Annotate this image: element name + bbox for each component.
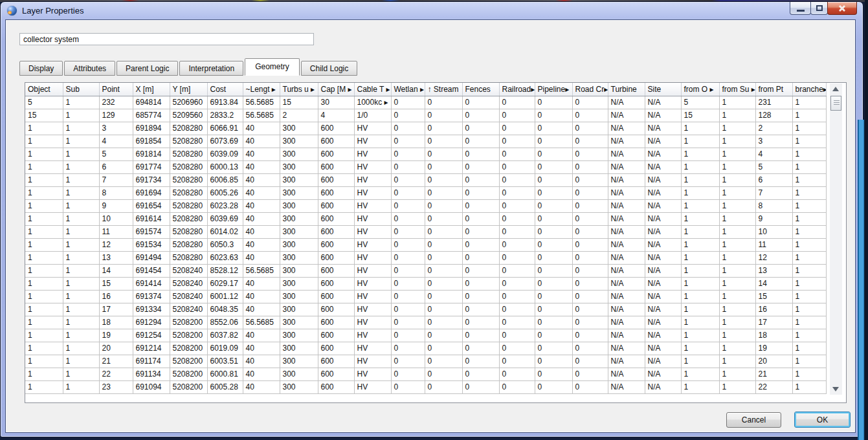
table-cell[interactable]: N/A [608, 380, 645, 393]
table-cell[interactable]: 600 [318, 212, 354, 225]
table-cell[interactable]: 0 [462, 368, 499, 380]
table-cell[interactable]: 40 [243, 329, 280, 342]
table-cell[interactable]: 1 [792, 173, 826, 186]
table-cell[interactable]: N/A [608, 109, 645, 122]
table-cell[interactable]: 0 [425, 238, 462, 251]
table-cell[interactable]: 0 [425, 186, 462, 199]
table-cell[interactable]: 1 [63, 355, 99, 368]
table-cell[interactable]: 40 [243, 135, 280, 148]
table-cell[interactable]: 1 [25, 148, 63, 160]
table-cell[interactable]: 30 [318, 96, 354, 109]
table-cell[interactable]: 0 [535, 368, 572, 380]
table-cell[interactable]: 600 [318, 122, 354, 135]
table-cell[interactable]: 691374 [133, 290, 170, 303]
table-cell[interactable]: 1 [792, 186, 826, 199]
table-cell[interactable]: 1 [681, 251, 719, 264]
table-cell[interactable]: 1 [792, 96, 826, 109]
table-cell[interactable]: 1 [63, 225, 99, 238]
table-cell[interactable]: 300 [280, 135, 318, 148]
table-cell[interactable]: 0 [391, 264, 425, 277]
table-cell[interactable]: 7 [755, 186, 792, 199]
tab-attributes[interactable]: Attributes [64, 61, 115, 76]
table-row[interactable]: 111069161452082806039.6940300600HV000000… [25, 212, 826, 225]
table-cell[interactable]: 3 [99, 122, 133, 135]
table-cell[interactable]: 4 [318, 109, 354, 122]
table-cell[interactable]: 1 [792, 290, 826, 303]
table-cell[interactable]: 1 [792, 238, 826, 251]
table-cell[interactable]: 0 [499, 316, 535, 329]
table-cell[interactable]: 1 [719, 160, 755, 173]
table-cell[interactable]: 300 [280, 368, 318, 380]
table-cell[interactable]: 13 [99, 251, 133, 264]
table-cell[interactable]: 1 [719, 342, 755, 355]
table-cell[interactable]: HV [354, 148, 391, 160]
table-cell[interactable]: 0 [499, 277, 535, 290]
table-cell[interactable]: 6039.69 [207, 212, 243, 225]
table-cell[interactable]: 0 [425, 355, 462, 368]
table-cell[interactable]: 0 [535, 238, 572, 251]
column-header[interactable]: Wetlan ▸ [391, 83, 425, 96]
table-cell[interactable]: 1 [792, 368, 826, 380]
table-cell[interactable]: N/A [645, 225, 681, 238]
table-cell[interactable]: 685774 [133, 109, 170, 122]
table-cell[interactable]: 600 [318, 238, 354, 251]
table-cell[interactable]: HV [354, 122, 391, 135]
table-cell[interactable]: 1 [25, 173, 63, 186]
table-cell[interactable]: 9 [99, 199, 133, 212]
scroll-down-icon[interactable] [832, 387, 839, 391]
table-cell[interactable]: 1 [792, 122, 826, 135]
table-row[interactable]: 112269113452082006000.8140300600HV000000… [25, 368, 826, 380]
table-cell[interactable]: HV [354, 135, 391, 148]
table-cell[interactable]: 5208240 [170, 277, 207, 290]
table-cell[interactable]: 691574 [133, 225, 170, 238]
table-cell[interactable]: N/A [608, 212, 645, 225]
table-cell[interactable]: 22 [99, 368, 133, 380]
table-cell[interactable]: 0 [572, 303, 608, 316]
table-cell[interactable]: 1 [25, 199, 63, 212]
table-cell[interactable]: 1 [719, 212, 755, 225]
table-cell[interactable]: N/A [608, 342, 645, 355]
table-cell[interactable]: N/A [608, 303, 645, 316]
table-cell[interactable]: 6006.85 [207, 173, 243, 186]
table-cell[interactable]: 1 [25, 290, 63, 303]
table-cell[interactable]: N/A [608, 238, 645, 251]
table-cell[interactable]: 6073.69 [207, 135, 243, 148]
table-cell[interactable]: 1 [25, 186, 63, 199]
table-cell[interactable]: 5208280 [170, 148, 207, 160]
table-cell[interactable]: 0 [462, 160, 499, 173]
table-cell[interactable]: 600 [318, 368, 354, 380]
table-cell[interactable]: 1 [681, 277, 719, 290]
table-cell[interactable]: 18 [99, 316, 133, 329]
table-cell[interactable]: N/A [645, 186, 681, 199]
table-cell[interactable]: 5209560 [170, 109, 207, 122]
table-cell[interactable]: 0 [572, 212, 608, 225]
table-cell[interactable]: 0 [572, 109, 608, 122]
tab-child-logic[interactable]: Child Logic [301, 61, 357, 76]
table-cell[interactable]: 0 [535, 122, 572, 135]
table-cell[interactable]: 15 [681, 109, 719, 122]
table-cell[interactable]: 1 [719, 355, 755, 368]
table-cell[interactable]: 0 [391, 199, 425, 212]
table-cell[interactable]: 0 [572, 96, 608, 109]
table-cell[interactable]: 40 [243, 368, 280, 380]
table-cell[interactable]: 0 [425, 316, 462, 329]
table-cell[interactable]: 0 [499, 290, 535, 303]
table-cell[interactable]: N/A [645, 251, 681, 264]
table-cell[interactable]: 1 [681, 380, 719, 393]
table-cell[interactable]: 691294 [133, 316, 170, 329]
table-cell[interactable]: N/A [645, 329, 681, 342]
table-cell[interactable]: 0 [572, 316, 608, 329]
table-cell[interactable]: 5208280 [170, 199, 207, 212]
table-cell[interactable]: 0 [462, 303, 499, 316]
table-cell[interactable]: 17 [99, 303, 133, 316]
tab-display[interactable]: Display [19, 61, 63, 76]
table-cell[interactable]: 0 [572, 160, 608, 173]
table-cell[interactable]: 15 [280, 96, 318, 109]
table-cell[interactable]: 0 [462, 264, 499, 277]
table-cell[interactable]: 17 [755, 316, 792, 329]
table-cell[interactable]: 1 [681, 122, 719, 135]
column-header[interactable]: ~Lengt ▸ [243, 83, 280, 96]
column-header[interactable]: Y [m] [170, 83, 207, 96]
table-row[interactable]: 11669177452082806000.1340300600HV000000N… [25, 160, 826, 173]
table-cell[interactable]: N/A [608, 355, 645, 368]
